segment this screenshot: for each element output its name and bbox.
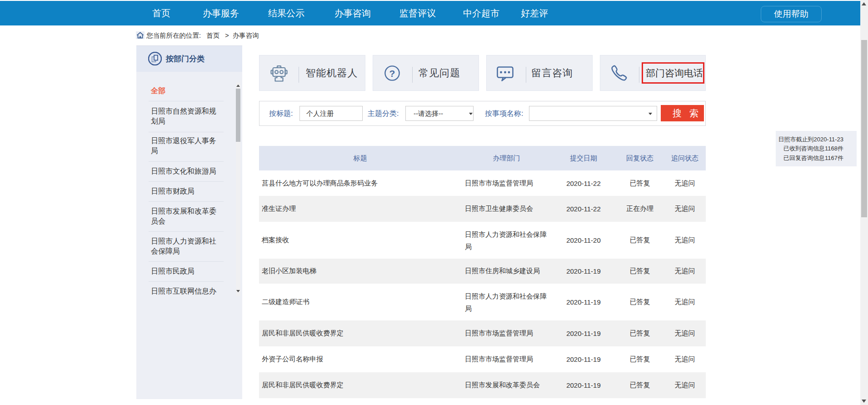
svg-text:?: ? — [389, 68, 395, 79]
